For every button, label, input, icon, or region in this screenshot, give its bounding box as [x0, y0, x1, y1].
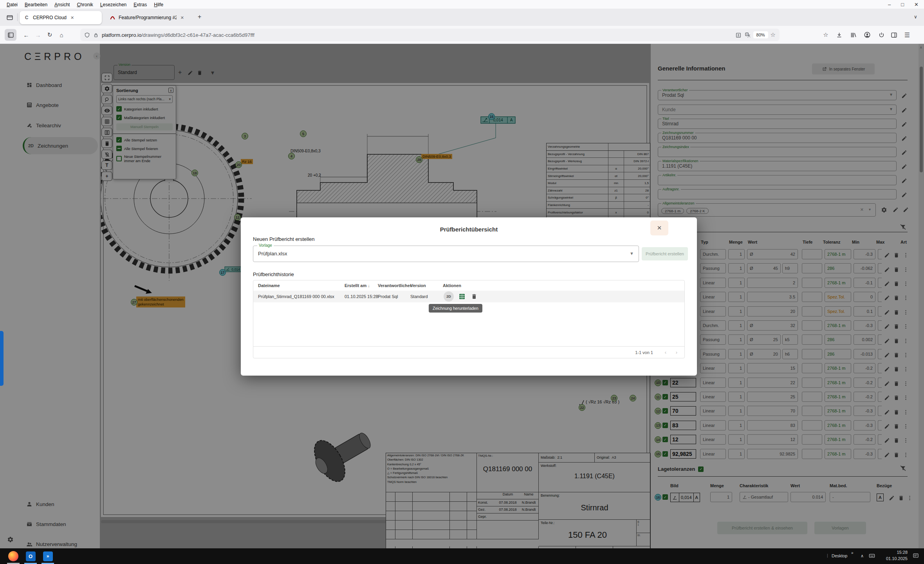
menu-datei[interactable]: Datei: [3, 1, 21, 8]
clock-date[interactable]: 01.10.2025: [877, 556, 908, 561]
tab-close-icon[interactable]: ✕: [180, 15, 184, 20]
download-excel-icon[interactable]: [458, 291, 466, 302]
collection-star-icon[interactable]: ☆: [820, 29, 832, 41]
menu-hilfe[interactable]: Hilfe: [150, 1, 167, 8]
col-verantwortlicher[interactable]: Verantwortlicher: [378, 280, 411, 291]
sort-desc-icon[interactable]: ↓: [368, 283, 370, 288]
col-dateiname[interactable]: Dateiname: [258, 280, 280, 291]
history-row-created: 01.10.2025 15:28: [345, 291, 378, 302]
delete-report-icon[interactable]: [471, 291, 477, 302]
browser-tab-2[interactable]: Feature/Programmierung #225✕: [106, 11, 188, 24]
history-table: Dateiname Erstellt am ↓ Verantwortlicher…: [253, 280, 685, 358]
tray-expand-icon[interactable]: ∧: [861, 553, 864, 559]
browser-tabbar: CCERPRO Cloud✕Feature/Programmierung #22…: [0, 9, 924, 26]
download-drawing-2d-button[interactable]: 2D: [444, 291, 454, 302]
library-icon[interactable]: [847, 29, 859, 41]
browser-menubar: DateiBearbeitenAnsichtChronikLesezeichen…: [0, 0, 924, 9]
svg-text:A: A: [746, 33, 747, 36]
vorlage-select[interactable]: Vorlage Prüfplan.xlsx ▼: [253, 246, 639, 262]
prev-page-icon[interactable]: ‹: [665, 349, 666, 355]
url-bar[interactable]: platform.cerpro.io/drawings/d6dbf3c2-c61…: [80, 29, 780, 41]
tab-separator: [17, 13, 18, 21]
tab-title: Feature/Programmierung #225: [119, 15, 177, 20]
forward-icon[interactable]: →: [32, 29, 44, 41]
vorlage-value: Prüfplan.xlsx: [258, 251, 287, 257]
menu-lesezeichen[interactable]: Lesezeichen: [97, 1, 130, 8]
lock-icon[interactable]: [93, 31, 99, 38]
account-icon[interactable]: [861, 29, 873, 41]
vorlage-caret-icon: ▼: [630, 251, 634, 256]
tray-chevrons[interactable]: »: [851, 551, 854, 555]
outlook-taskbar-icon[interactable]: O: [24, 550, 37, 562]
create-report-button[interactable]: Prüfbericht erstellen: [642, 247, 688, 260]
save-page-icon[interactable]: [735, 31, 742, 38]
screen: DateiBearbeitenAnsichtChronikLesezeichen…: [0, 0, 924, 564]
window-close-button[interactable]: ✕: [914, 2, 919, 7]
bookmark-star-icon[interactable]: ☆: [771, 31, 776, 38]
page-zoom-indicator[interactable]: 80%: [753, 31, 768, 38]
col-aktionen: Aktionen: [443, 280, 461, 291]
menu-extras[interactable]: Extras: [130, 1, 150, 8]
clock-time[interactable]: 15:28: [882, 550, 908, 555]
notification-center-icon[interactable]: [911, 551, 920, 560]
create-section-label: Neuen Prüfbericht erstellen: [253, 236, 315, 242]
list-all-tabs-button[interactable]: ∨: [914, 14, 917, 20]
home-icon[interactable]: ⌂: [56, 29, 67, 41]
next-page-icon[interactable]: ›: [676, 349, 677, 355]
history-row-responsible: Prodat Sql: [378, 291, 398, 302]
keyboard-tray-icon[interactable]: [868, 551, 876, 560]
modal-title: Prüfberichtübersicht: [241, 226, 697, 233]
side-extension-handle[interactable]: [0, 331, 4, 386]
history-row-version: Standard: [410, 291, 428, 302]
power-sync-icon[interactable]: [875, 29, 887, 41]
desktop-label[interactable]: Desktop: [832, 553, 847, 558]
history-section-label: Prüfberichthistorie: [253, 271, 294, 277]
sidebar-panel-icon[interactable]: [888, 29, 900, 41]
cerpro-favicon: C: [23, 14, 30, 21]
history-row-filename: Prüfplan_Stirnrad_Q181169 000 00.xlsx: [258, 291, 334, 302]
vorlage-label: Vorlage: [257, 243, 274, 248]
window-maximize-button[interactable]: □: [901, 2, 904, 7]
menu-hamburger-icon[interactable]: ☰: [901, 29, 913, 41]
firefox-view-icon[interactable]: [6, 14, 13, 21]
taskbar: O » | Desktop » ∧ 15:28 01.10.2025: [0, 548, 924, 564]
back-icon[interactable]: ←: [20, 29, 32, 41]
app-taskbar-icon[interactable]: »: [42, 550, 54, 562]
redmine-favicon: [110, 14, 116, 21]
reload-icon[interactable]: ↻: [44, 29, 56, 41]
menu-ansicht[interactable]: Ansicht: [51, 1, 73, 8]
window-minimize-button[interactable]: –: [888, 2, 891, 7]
new-tab-button[interactable]: +: [198, 13, 201, 20]
download-tooltip: Zeichnung herunterladen: [429, 304, 482, 313]
sidebar-toggle-icon[interactable]: [5, 29, 16, 41]
tab-close-icon[interactable]: ✕: [70, 15, 74, 20]
browser-navbar: ← → ↻ ⌂ platform.cerpro.io/drawings/d6db…: [0, 26, 924, 44]
col-version[interactable]: Version: [410, 280, 426, 291]
url-text[interactable]: platform.cerpro.io/drawings/d6dbf3c2-c61…: [102, 32, 254, 38]
col-erstellt-am[interactable]: Erstellt am ↓: [345, 280, 370, 291]
menu-bearbeiten[interactable]: Bearbeiten: [21, 1, 51, 8]
menu-chronik[interactable]: Chronik: [73, 1, 96, 8]
shield-icon[interactable]: [84, 31, 90, 38]
tab-title: CERPRO Cloud: [33, 15, 67, 20]
downloads-icon[interactable]: [833, 29, 845, 41]
browser-tab-1[interactable]: CCERPRO Cloud✕: [20, 11, 102, 24]
modal-close-icon[interactable]: ✕: [650, 221, 668, 235]
translate-icon[interactable]: A: [745, 31, 751, 38]
firefox-taskbar-icon[interactable]: [7, 550, 20, 562]
pruefbericht-modal: Prüfberichtübersicht ✕ Neuen Prüfbericht…: [241, 217, 697, 376]
pagination-label: 1-1 von 1: [635, 350, 653, 355]
